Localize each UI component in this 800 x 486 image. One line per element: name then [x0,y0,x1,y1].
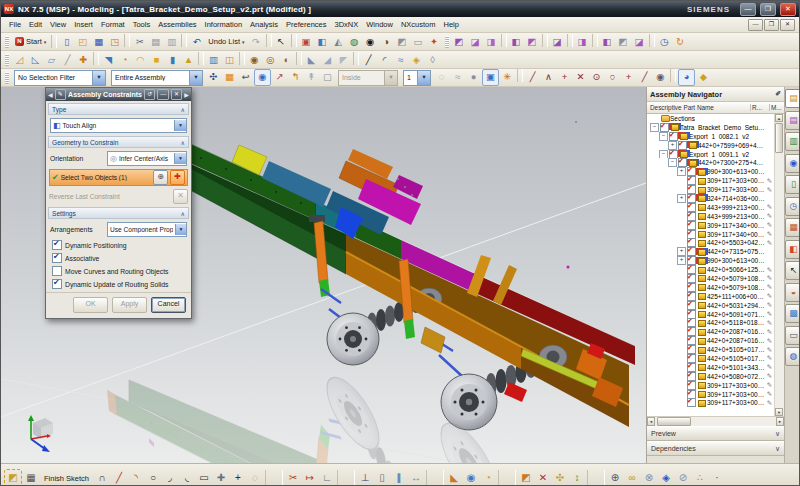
tree-row[interactable]: 442+0+2087+016+4_1... [647,327,774,336]
tree-row[interactable]: 442+0+5079+108+4_1... [647,274,774,283]
snap-point-button[interactable]: ✚ [170,170,185,185]
tree-row[interactable]: 443+999+213+000_1... [647,212,774,221]
tree-checkbox[interactable] [687,327,696,336]
dialog-options-icon[interactable]: ✎ [55,89,66,100]
menu-item[interactable]: Help [440,20,463,29]
pick-arrow-icon[interactable]: ↗ [272,69,287,84]
selection-pointer-icon[interactable]: ↖ [274,34,289,49]
tree-checkbox[interactable] [687,176,696,185]
tree-checkbox[interactable] [687,318,696,327]
tree-row[interactable]: 442+0+5105+017+4_1... [647,345,774,354]
move-component-bottom-icon[interactable]: ◩ [518,470,534,486]
tree-row[interactable]: 442+0+5503+042+4_1... [647,238,774,247]
constraints-bottom-icon[interactable]: ✕ [535,470,551,486]
menu-item[interactable]: File [5,20,25,29]
checkbox[interactable] [52,279,62,289]
menu-item[interactable]: Preferences [282,20,330,29]
part-navigator-tab[interactable]: ▥ [785,132,800,151]
toolbar-grip[interactable] [5,72,9,84]
extrude-icon[interactable]: ◥ [101,52,116,67]
select-mode-button[interactable]: ⊕ [153,170,168,185]
block-icon[interactable]: ■ [149,52,164,67]
column-readonly[interactable]: R... [750,104,769,111]
menu-item[interactable]: 3DxNX [330,20,362,29]
show-constraints-bottom-icon[interactable]: ↕ [569,470,585,486]
minimize-button[interactable]: — [740,3,756,16]
assembly-navigator-tab[interactable]: ▤ [785,89,800,108]
suppress-component-icon[interactable]: ◧ [600,34,615,49]
materials-tab[interactable]: ▩ [785,304,800,323]
wave-geometry-linker-icon[interactable]: ◪ [632,34,647,49]
dialog-minimize-button[interactable]: — [157,89,168,100]
web-tab[interactable]: ◍ [785,347,800,366]
arc-icon[interactable]: ◜ [377,52,392,67]
combo-arrow-icon[interactable]: ▼ [189,71,202,85]
assembly-constraints-icon[interactable]: ◪ [550,34,565,49]
background-icon[interactable]: ◍ [347,34,362,49]
revolve-icon[interactable]: ◔ [117,52,132,67]
tree-row[interactable]: 442+0+5080+072+4_1... [647,372,774,381]
expand-chevron-icon[interactable]: ∨ [775,445,780,453]
tree-checkbox[interactable] [687,230,696,239]
lock-icon[interactable]: ⊘ [675,470,691,486]
tree-row[interactable]: + 442+0+7315+075+4_1... [647,247,774,256]
dialog-checkbox-row[interactable]: Dynamic Update of Routing Solids [52,279,185,289]
circle-select-icon[interactable]: ◌ [434,69,449,84]
select-cursor-icon[interactable]: ◉ [254,69,271,86]
chamfer-tool-icon[interactable]: ◟ [179,470,195,486]
tree-checkbox[interactable] [687,265,696,274]
tree-vertical-scrollbar[interactable]: ▲ ▼ [774,114,784,416]
orientation-combo[interactable]: ◎ Infer Center/Axis ▼ [107,151,187,166]
sketch-active-icon[interactable]: ◩ [5,470,21,486]
scroll-left-icon[interactable]: ◄ [647,417,655,426]
ghost-select-icon[interactable]: ↟ [304,69,319,84]
flash-icon[interactable]: ✦ [427,34,442,49]
checkbox[interactable] [52,266,62,276]
save-options-icon[interactable]: ◳ [107,34,122,49]
orient-sketch-icon[interactable]: ◣ [446,470,462,486]
tree-expander-icon[interactable]: − [650,123,659,132]
tree-checkbox[interactable] [669,150,678,159]
copy-icon[interactable]: ▤ [148,34,163,49]
tree-expander-icon[interactable]: − [659,150,668,159]
unite-icon[interactable]: ◉ [247,52,262,67]
tree-row[interactable]: 309+117+340+000_1... [647,221,774,230]
arc-tool-icon[interactable]: ◝ [128,470,144,486]
arrangements-combo[interactable]: Use Component Prop... ▼ [107,222,187,237]
paste-icon[interactable]: ▥ [164,34,179,49]
enable-snap-icon[interactable]: ◕ [678,69,695,86]
tree-row[interactable]: 443+999+213+000_1... [647,203,774,212]
combo-arrow-icon[interactable]: ▼ [175,224,186,235]
shaded-view-icon[interactable]: ◧ [315,34,330,49]
menu-item[interactable]: Edit [25,20,46,29]
rotate-pick-icon[interactable]: ↰ [288,69,303,84]
tree-row[interactable]: − Tatra_Bracket_Demo_Setup_v2 [647,123,774,132]
dialog-nav-right-icon[interactable]: ▶ [184,91,189,98]
tree-row[interactable]: 442+0+5079+108+4_1... [647,283,774,292]
dialog-checkbox-row[interactable]: Move Curves and Routing Objects [52,266,185,276]
tree-expander-icon[interactable]: + [677,256,686,265]
ok-button[interactable]: OK [73,297,108,313]
gem-icon[interactable]: ◈ [658,470,674,486]
boss-icon[interactable]: ▲ [181,52,196,67]
point-icon[interactable]: ✚ [76,52,91,67]
visual-reports-tab[interactable]: ◧ [785,240,800,259]
tree-row[interactable]: − Export_1_0091.1_v2 [647,150,774,159]
tree-row[interactable]: 309+117+303+000_1... [647,399,774,408]
tree-row[interactable]: Sections [647,114,774,123]
selection-scope-combo[interactable]: Entire Assembly ▼ [111,70,203,86]
overflow-dot[interactable]: · [709,470,725,486]
tree-checkbox[interactable] [687,381,696,390]
menu-item[interactable]: Analysis [246,20,282,29]
cube-select-icon[interactable]: ▣ [482,69,499,86]
menu-item[interactable]: NXcustom [397,20,440,29]
session-update-icon[interactable]: ↻ [673,34,688,49]
select-objects-row[interactable]: ✔ Select Two Objects (1) ⊕ ✚ [49,169,188,186]
menu-item[interactable]: Window [362,20,397,29]
tree-row[interactable]: 309+117+303+000_1... [647,176,774,185]
tree-checkbox[interactable] [687,336,696,345]
toolbar-grip[interactable] [445,36,449,48]
chain-icon[interactable]: ∞ [624,470,640,486]
dialog-reset-button[interactable]: ↺ [144,89,155,100]
preview-panel-header[interactable]: Preview ∨ [647,426,784,441]
